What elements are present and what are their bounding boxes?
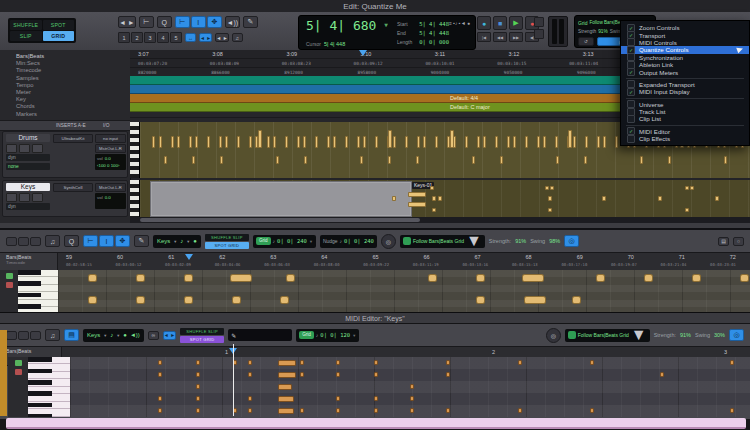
quantize-apply-button[interactable]: ◎ [564,235,579,247]
midi-note[interactable] [495,136,498,148]
strength-value[interactable]: 91% [515,238,526,244]
insert-slot-drums[interactable]: UltrabeatKit [53,134,93,143]
transport-button[interactable]: ● [477,16,491,30]
midi-note[interactable] [585,136,588,148]
pencil-mode-field[interactable]: ✎ [228,329,292,341]
timecode-ruler[interactable]: 00:02:58:1500:03:00:1200:03:02:0900:03:0… [58,262,744,267]
midi-note[interactable] [410,396,414,401]
mini-keyboard-keys[interactable] [130,180,140,217]
track-buttons-drums[interactable] [6,144,43,153]
note-grid[interactable] [58,270,750,314]
pencil-tool-button[interactable]: ✎ [243,16,258,28]
midi-note[interactable] [408,192,426,197]
midi-note[interactable] [408,202,426,207]
midi-note[interactable] [195,136,198,148]
keys-midi-lane[interactable]: Keys-01 [140,180,750,217]
pencil-tool-button[interactable]: ✎ [134,235,149,247]
midi-note[interactable] [159,136,162,148]
midi-note[interactable] [602,196,606,201]
output-selector-keys[interactable]: MstrOut.L-R [95,183,126,192]
midi-note[interactable] [590,408,594,413]
grid-toggle[interactable]: Grid [299,331,314,339]
midi-note[interactable] [336,360,340,365]
follow-grid-selector[interactable]: Follow Bars|Beats Grid ▼ [565,329,650,342]
midi-note[interactable] [88,296,97,304]
quantize-button[interactable]: ◎ [381,234,396,249]
midi-note[interactable] [690,186,694,190]
track-name-drums[interactable]: Drums [6,134,50,142]
track-selector[interactable]: Keys▼ ♪ ▼ ● [153,235,201,248]
midi-note[interactable] [304,156,307,164]
menu-item-zoom-controls[interactable]: ✓Zoom Controls [621,24,749,31]
midi-note[interactable] [196,384,200,389]
selector-tool-active[interactable]: I [99,235,114,247]
zoomer-tool-button[interactable]: Q [64,235,79,247]
solo-indicator[interactable] [15,360,22,366]
zoomer-tool-button[interactable]: Q [157,16,172,28]
horizontal-scrollbar[interactable] [130,217,750,223]
midi-note[interactable] [584,156,587,164]
midi-note[interactable] [286,274,295,282]
chevron-down-icon[interactable]: ▼ [309,239,313,244]
midi-note[interactable] [184,296,193,304]
transport-small-buttons[interactable]: |◀◀◀▶▶◀| [477,32,539,42]
mute-indicator[interactable] [15,369,22,375]
group-list-button[interactable] [18,331,29,340]
midi-note[interactable] [513,136,516,148]
input-selector-drums[interactable]: no input [95,134,126,143]
midi-note[interactable] [476,274,485,282]
midi-note[interactable] [615,136,618,148]
automation-lanes-button[interactable] [30,331,41,340]
volume-display-drums[interactable]: vol0.0 ‹100 0 100› [95,154,126,170]
shuffle-slip-button[interactable]: SHUFFLE SLIP [180,328,224,335]
swing-value[interactable]: 98% [549,238,560,244]
midi-note[interactable] [158,408,162,413]
trim-tool-active[interactable]: ⊢ [83,235,98,247]
menu-item-universe[interactable]: Universe [621,101,749,108]
midi-note[interactable] [315,136,318,148]
edit-mode-mini-buttons[interactable]: SHUFFLE SLIP SPOT GRID [205,234,249,249]
midi-note[interactable] [278,408,294,414]
notation-view-button[interactable]: ♫ [45,235,60,247]
midi-note[interactable] [248,360,252,365]
mode-button-grid[interactable]: GRID [43,31,75,41]
midi-note[interactable] [278,396,294,402]
midi-note[interactable] [196,372,200,377]
midi-note[interactable] [543,136,546,148]
midi-note[interactable] [483,136,486,148]
menu-item-expanded-transport[interactable]: Expanded Transport [621,81,749,88]
midi-note[interactable] [177,136,180,148]
counter-caret-icon[interactable]: ▼ [384,21,388,28]
quantize-apply-button[interactable]: ◎ [729,329,744,341]
midi-note[interactable] [267,136,270,148]
dyn-display-keys[interactable]: dyn [6,203,50,210]
note-value-icon[interactable]: ♪ [110,332,113,338]
midi-note[interactable] [446,360,450,365]
midi-note[interactable] [518,408,522,413]
waveform-zoom-button[interactable]: ♫ [232,33,243,42]
insert-slot-keys[interactable]: SynthCell [53,183,93,192]
midi-note[interactable] [477,136,480,148]
selection-readout[interactable]: Start5| 4| 448End5| 4| 448Length0| 0| 00… [397,19,449,46]
midi-note[interactable] [550,186,554,190]
scrubber-tool-button[interactable]: ◄)) [225,16,240,28]
menu-item-midi-editor[interactable]: ✓MIDI Editor [621,128,749,135]
midi-note[interactable] [189,136,192,148]
menu-item-clip-effects[interactable]: Clip Effects [621,135,749,142]
grid-view-icon[interactable]: ▤ [718,237,729,246]
midi-note[interactable] [416,156,419,164]
midi-note[interactable] [219,136,222,148]
grid-value-display[interactable]: Grid ♪ 0| 0| 120 ▼ [296,329,359,342]
playhead-marker[interactable] [359,50,367,60]
midi-note[interactable] [388,156,391,164]
midi-note[interactable] [548,196,552,201]
swing-value[interactable]: 30% [714,332,725,338]
midi-note[interactable] [225,136,228,148]
midi-note[interactable] [685,186,689,190]
midi-note[interactable] [375,136,378,148]
midi-note[interactable] [446,372,450,377]
menu-item-ableton-link[interactable]: Ableton Link [621,61,749,68]
midi-note[interactable] [300,360,304,365]
mini-keyboard-drums[interactable] [130,122,140,178]
midi-note[interactable] [596,274,605,282]
